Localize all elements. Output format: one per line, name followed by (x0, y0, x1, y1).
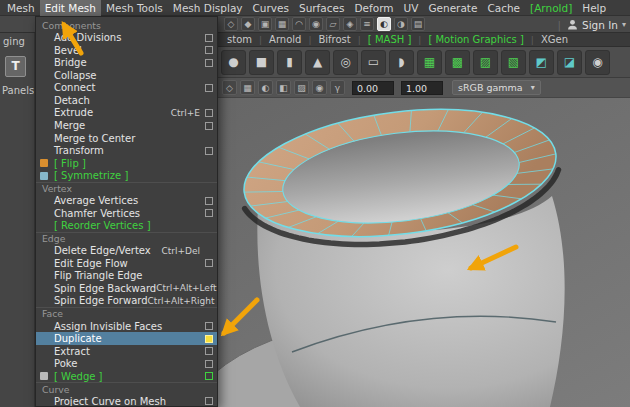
exposure-icon[interactable]: ◉ (312, 80, 327, 95)
menu-item-flip[interactable]: Flip (36, 157, 217, 170)
menubar-item-mesh-tools[interactable]: Mesh Tools (101, 0, 168, 16)
xgen-icon[interactable]: ◪ (557, 50, 582, 75)
option-box-icon[interactable] (205, 59, 213, 67)
option-box-icon[interactable] (205, 347, 213, 355)
render-icon[interactable]: ◐ (377, 17, 391, 31)
menu-item-delete-edge-vertex[interactable]: Delete Edge/VertexCtrl+Del (36, 245, 217, 258)
menubar-item-deform[interactable]: Deform (349, 0, 398, 16)
option-box-icon[interactable] (205, 372, 213, 380)
menubar-item-arnold[interactable]: [Arnold] (525, 0, 577, 16)
menu-item-bridge[interactable]: Bridge (36, 57, 217, 70)
option-box-icon[interactable] (205, 84, 213, 92)
mash-radial-icon[interactable]: ▨ (473, 50, 498, 75)
menu-item-spin-edge-forward[interactable]: Spin Edge ForwardCtrl+Alt+Right (36, 295, 217, 308)
texture-icon[interactable]: ▨ (294, 80, 309, 95)
menu-item-chamfer-vertices[interactable]: Chamfer Vertices (36, 207, 217, 220)
text-tool-icon[interactable]: T (5, 56, 26, 77)
option-box-icon[interactable] (205, 147, 213, 155)
menubar-item-uv[interactable]: UV (399, 0, 424, 16)
menu-item-bevel[interactable]: Bevel (36, 44, 217, 57)
shading-icon[interactable]: ◧ (276, 80, 291, 95)
history-icon[interactable]: ≡ (360, 17, 374, 31)
view-transform-dropdown[interactable]: sRGB gamma ▾ (452, 80, 541, 95)
shelf-tab-arnold[interactable]: Arnold (262, 33, 308, 47)
sign-in-button[interactable]: | Sign In ▾ (557, 16, 626, 33)
menu-item-average-vertices[interactable]: Average Vertices (36, 194, 217, 207)
option-box-icon[interactable] (205, 34, 213, 42)
poly-torus-icon[interactable]: ◎ (333, 50, 358, 75)
menu-item-detach[interactable]: Detach (36, 94, 217, 107)
menu-item-duplicate[interactable]: Duplicate (36, 332, 217, 345)
snap-curve-icon[interactable]: ◠ (292, 17, 306, 31)
panels-menu-label[interactable]: Panels (2, 85, 34, 96)
lighting-icon[interactable]: ◐ (258, 80, 273, 95)
select-hierarchy-icon[interactable]: ◇ (224, 17, 238, 31)
poly-cylinder-icon[interactable]: ▮ (277, 50, 302, 75)
option-box-icon[interactable] (205, 46, 213, 54)
shelf-tab-stom[interactable]: stom (220, 33, 259, 47)
option-box-icon[interactable] (205, 109, 213, 117)
menu-item-collapse[interactable]: Collapse (36, 69, 217, 82)
menubar-item-edit-mesh[interactable]: Edit Mesh (40, 0, 101, 16)
menubar-item-generate[interactable]: Generate (423, 0, 482, 16)
menu-item-extrude[interactable]: ExtrudeCtrl+E (36, 107, 217, 120)
option-box-icon[interactable] (205, 322, 213, 330)
curve-tool-icon[interactable]: ◗ (389, 50, 414, 75)
menu-item-spin-edge-backward[interactable]: Spin Edge BackwardCtrl+Alt+Left (36, 282, 217, 295)
shelf-tab-motion-graphics[interactable]: Motion Graphics (421, 33, 530, 47)
option-box-icon[interactable] (205, 397, 213, 405)
menu-item-assign-invisible-faces[interactable]: Assign Invisible Faces (36, 320, 217, 333)
menu-item-project-curve-on-mesh[interactable]: Project Curve on Mesh (36, 395, 217, 407)
menu-item-wedge[interactable]: Wedge (36, 370, 217, 383)
camera-icon[interactable]: ◇ (222, 80, 237, 95)
option-box-icon[interactable] (205, 209, 213, 217)
menu-item-transform[interactable]: Transform (36, 144, 217, 157)
menu-item-add-divisions[interactable]: Add Divisions (36, 32, 217, 45)
bifrost-icon[interactable]: ◩ (529, 50, 554, 75)
menubar-item-curves[interactable]: Curves (248, 0, 294, 16)
exposure-field[interactable]: 0.00 (352, 81, 394, 95)
render-sphere-icon[interactable]: ◉ (585, 50, 610, 75)
menu-item-label: Spin Edge Backward (54, 283, 156, 294)
menu-item-merge[interactable]: Merge (36, 119, 217, 132)
snap-plane-icon[interactable]: ▱ (326, 17, 340, 31)
poly-cube-icon[interactable]: ■ (249, 50, 274, 75)
poly-cone-icon[interactable]: ▲ (305, 50, 330, 75)
poly-plane-icon[interactable]: ▭ (361, 50, 386, 75)
gamma-field[interactable]: 1.00 (401, 81, 443, 95)
menu-item-symmetrize[interactable]: Symmetrize (36, 169, 217, 182)
snap-grid-icon[interactable]: ▦ (275, 17, 289, 31)
select-component-icon[interactable]: ▣ (258, 17, 272, 31)
menubar-item-help[interactable]: Help (577, 0, 611, 16)
mash-checker-icon[interactable]: ▧ (501, 50, 526, 75)
mash-grid-icon[interactable]: ▩ (445, 50, 470, 75)
grid-toggle-icon[interactable]: ▦ (240, 80, 255, 95)
shelf-tab-bifrost[interactable]: Bifrost (311, 33, 357, 47)
menubar-item-mesh-display[interactable]: Mesh Display (168, 0, 248, 16)
menubar-item-cache[interactable]: Cache (482, 0, 525, 16)
menu-item-connect[interactable]: Connect (36, 82, 217, 95)
option-box-icon[interactable] (205, 197, 213, 205)
mash-network-icon[interactable]: ▦ (417, 50, 442, 75)
poly-sphere-icon[interactable]: ● (221, 50, 246, 75)
shelf-tab-mash[interactable]: MASH (361, 33, 419, 47)
menubar-item-mesh[interactable]: Mesh (2, 0, 40, 16)
shelf-tab-xgen[interactable]: XGen (534, 33, 575, 47)
ipr-render-icon[interactable]: ◑ (394, 17, 408, 31)
menu-item-reorder-vertices[interactable]: Reorder Vertices (36, 220, 217, 233)
menu-item-edit-edge-flow[interactable]: Edit Edge Flow (36, 257, 217, 270)
menubar-item-surfaces[interactable]: Surfaces (294, 0, 349, 16)
menu-item-poke[interactable]: Poke (36, 357, 217, 370)
menu-item-merge-to-center[interactable]: Merge to Center (36, 132, 217, 145)
option-box-icon[interactable] (205, 360, 213, 368)
option-box-icon[interactable] (205, 122, 213, 130)
option-box-icon[interactable] (205, 335, 213, 343)
gamma-icon[interactable]: γ (330, 80, 345, 95)
snap-point-icon[interactable]: ◉ (309, 17, 323, 31)
menu-item-flip-triangle-edge[interactable]: Flip Triangle Edge (36, 270, 217, 283)
select-object-icon[interactable]: ◆ (241, 17, 255, 31)
option-box-icon[interactable] (205, 259, 213, 267)
menu-item-extract[interactable]: Extract (36, 345, 217, 358)
render-settings-icon[interactable]: ▤ (411, 17, 425, 31)
make-live-icon[interactable]: ◈ (343, 17, 357, 31)
